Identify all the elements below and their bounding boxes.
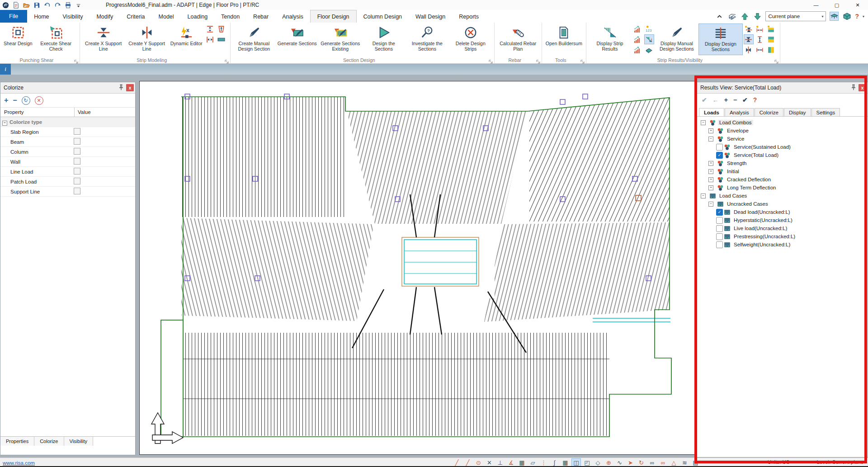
collapse-icon[interactable]: − <box>701 193 706 198</box>
tree-item[interactable]: Live load(Uncracked:L) <box>697 224 868 232</box>
create-x-support-line-button[interactable]: Create X Support Line <box>82 24 125 55</box>
minimize-button[interactable]: — <box>806 0 826 10</box>
support-line-x-icon[interactable] <box>744 34 754 44</box>
dynamic-editor-button[interactable]: xDynamic Editor <box>169 24 204 55</box>
legend-top-icon[interactable] <box>766 24 776 34</box>
open-buildersum-button[interactable]: Open Buildersum <box>544 24 584 55</box>
tab-reports[interactable]: Reports <box>452 10 486 23</box>
panel-tab-properties[interactable]: Properties <box>0 437 34 446</box>
clear-colorize-icon[interactable]: ✕ <box>35 96 43 105</box>
property-row[interactable]: Slab Region <box>0 127 135 137</box>
strip-result-display-icon[interactable] <box>644 34 654 44</box>
back-icon[interactable]: ← <box>712 96 719 104</box>
results-tab-loads[interactable]: Loads <box>699 108 724 116</box>
apply-icon[interactable]: ✔ <box>702 96 707 104</box>
tree-checkbox[interactable] <box>716 225 723 232</box>
property-row[interactable]: Column <box>0 147 135 157</box>
expand-icon[interactable]: + <box>708 128 713 133</box>
display-manual-design-sections-button[interactable]: Display Manual Design Sections <box>655 24 698 55</box>
panel-tab-visibility[interactable]: Visibility <box>64 437 94 446</box>
close-panel-icon[interactable]: x <box>126 84 134 91</box>
help-icon[interactable]: ? <box>753 96 757 104</box>
tree-item[interactable]: ✓Dead load(Uncracked:L) <box>697 208 868 216</box>
tab-analysis[interactable]: Analysis <box>275 10 310 23</box>
undo-icon[interactable] <box>43 1 51 9</box>
value-checkbox[interactable] <box>74 188 80 194</box>
tab-criteria[interactable]: Criteria <box>120 10 151 23</box>
property-row[interactable]: Wall <box>0 157 135 167</box>
more-options-icon[interactable]: ▾ <box>863 14 864 19</box>
results-tab-display[interactable]: Display <box>784 108 811 116</box>
tree-checkbox[interactable]: ✓ <box>716 152 723 159</box>
dialog-launcher-icon[interactable] <box>489 58 493 62</box>
plane-down-icon[interactable] <box>753 12 762 21</box>
close-panel-icon[interactable]: x <box>859 84 866 91</box>
collapse-ribbon-icon[interactable] <box>715 12 724 21</box>
dimension-span-icon[interactable] <box>755 45 765 55</box>
strip-width-vertical-icon[interactable] <box>205 24 215 34</box>
collapse-icon[interactable]: − <box>701 120 706 125</box>
expand-icon[interactable]: + <box>708 185 713 190</box>
tab-floor-design[interactable]: Floor Design <box>310 10 357 23</box>
design-the-sections-button[interactable]: Design the Sections <box>362 24 406 55</box>
dialog-launcher-icon[interactable] <box>580 58 585 62</box>
results-tab-settings[interactable]: Settings <box>811 108 840 116</box>
show-values-icon[interactable]: 123 <box>644 24 654 34</box>
strip-width-horizontal-icon[interactable] <box>205 34 215 44</box>
result-diagram-3-icon[interactable] <box>632 45 642 55</box>
tree-checkbox[interactable] <box>716 233 723 240</box>
maximize-button[interactable]: ▢ <box>826 0 847 10</box>
single-plane-view-icon[interactable] <box>830 12 839 21</box>
colorize-type-group-row[interactable]: − Colorize type <box>0 117 135 127</box>
plane-up-icon[interactable] <box>740 12 749 21</box>
dialog-launcher-icon[interactable] <box>74 58 79 62</box>
tree-item[interactable]: ✓Service(Total Load) <box>697 151 868 159</box>
expand-icon[interactable]: + <box>708 169 713 174</box>
apply-all-icon[interactable]: ✔ <box>742 96 748 104</box>
dimension-v-icon[interactable] <box>755 34 765 44</box>
tree-checkbox[interactable]: ✓ <box>716 209 723 216</box>
pin-icon[interactable] <box>850 84 857 91</box>
value-checkbox[interactable] <box>74 158 80 165</box>
property-row[interactable]: Line Load <box>0 167 135 177</box>
tab-model[interactable]: Model <box>152 10 181 23</box>
dimension-h-icon[interactable] <box>755 24 765 34</box>
tree-item[interactable]: Prestressing(Uncracked:L) <box>697 232 868 241</box>
value-checkbox[interactable] <box>74 138 80 145</box>
tab-loading[interactable]: Loading <box>181 10 215 23</box>
remove-load-icon[interactable]: − <box>733 96 737 104</box>
create-manual-design-section-button[interactable]: Create Manual Design Section <box>232 24 276 55</box>
shear-design-button[interactable]: Shear Design <box>2 24 34 55</box>
tab-rebar[interactable]: Rebar <box>246 10 275 23</box>
create-y-support-line-button[interactable]: Create Y Support Line <box>125 24 169 55</box>
strip-dashed-icon[interactable] <box>217 34 226 44</box>
tab-home[interactable]: Home <box>27 10 56 23</box>
tree-checkbox[interactable] <box>716 217 723 224</box>
collapse-icon[interactable]: − <box>708 202 713 207</box>
print-icon[interactable] <box>64 1 72 9</box>
value-checkbox[interactable] <box>74 178 80 184</box>
tree-checkbox[interactable] <box>716 241 723 248</box>
new-file-icon[interactable] <box>12 1 20 9</box>
result-diagram-2-icon[interactable] <box>632 34 642 44</box>
tree-item[interactable]: +Envelope <box>697 127 868 135</box>
tab-visibility[interactable]: Visibility <box>56 10 90 23</box>
generate-sections-existing-button[interactable]: Generate Sections Existing <box>319 24 362 55</box>
dialog-launcher-icon[interactable] <box>225 58 229 62</box>
save-icon[interactable] <box>33 1 41 9</box>
result-diagram-1-icon[interactable] <box>632 24 642 34</box>
results-tab-analysis[interactable]: Analysis <box>725 108 754 116</box>
tree-item[interactable]: −Load Combos <box>697 118 868 127</box>
investigate-the-sections-button[interactable]: ?Investigate the Sections <box>406 24 449 55</box>
close-button[interactable]: ✕ <box>847 0 868 10</box>
execute-shear-check-button[interactable]: Execute Shear Check <box>34 24 78 55</box>
dialog-launcher-icon[interactable] <box>774 58 779 62</box>
full-model-view-icon[interactable] <box>842 12 851 21</box>
property-row[interactable]: Beam <box>0 137 135 147</box>
value-checkbox[interactable] <box>74 148 80 155</box>
dialog-launcher-icon[interactable] <box>536 58 541 62</box>
tree-item[interactable]: +Long Term Deflection <box>697 184 868 192</box>
risa-link[interactable]: www.risa.com <box>3 460 35 466</box>
property-row[interactable]: Patch Load <box>0 177 135 187</box>
tree-item[interactable]: Hyperstatic(Uncracked:L) <box>697 216 868 224</box>
